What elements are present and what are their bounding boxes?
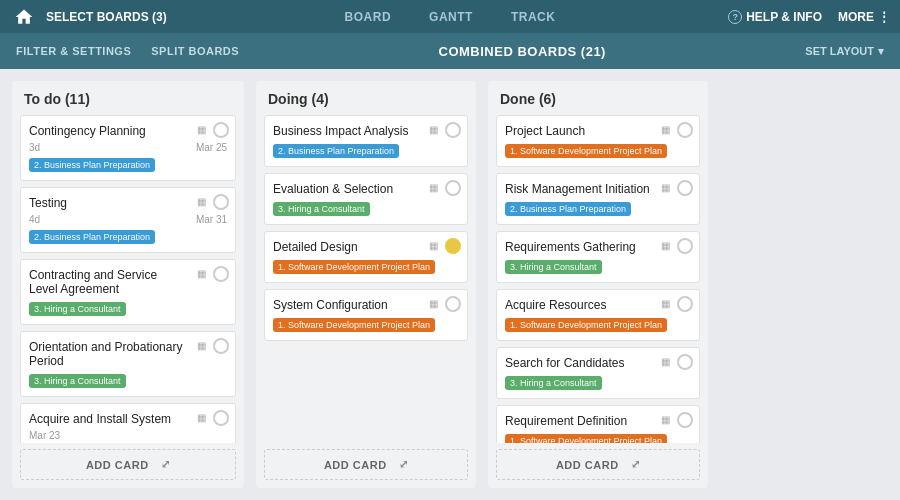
card-circle-icon[interactable]: [213, 338, 229, 354]
card-tag[interactable]: 2. Business Plan Preparation: [29, 230, 155, 244]
more-button[interactable]: MORE ⋮: [838, 10, 890, 24]
card-done-4[interactable]: ▦Search for Candidates3. Hiring a Consul…: [496, 347, 700, 399]
gantt-link[interactable]: GANTT: [425, 8, 477, 26]
card-circle-icon[interactable]: [677, 412, 693, 428]
top-nav: SELECT BOARDS (3) BOARD GANTT TRACK ? HE…: [0, 0, 900, 33]
add-card-button-todo[interactable]: ADD CARD⤢: [20, 449, 236, 480]
card-doing-0[interactable]: ▦Business Impact Analysis2. Business Pla…: [264, 115, 468, 167]
card-done-3[interactable]: ▦Acquire Resources1. Software Developmen…: [496, 289, 700, 341]
card-done-2[interactable]: ▦Requirements Gathering3. Hiring a Consu…: [496, 231, 700, 283]
card-grid-icon: ▦: [197, 340, 209, 352]
card-doing-3[interactable]: ▦System Configuration1. Software Develop…: [264, 289, 468, 341]
card-tag[interactable]: 2. Business Plan Preparation: [505, 202, 631, 216]
card-tag[interactable]: 3. Hiring a Consultant: [505, 260, 602, 274]
card-todo-0[interactable]: ▦Contingency Planning3dMar 252. Business…: [20, 115, 236, 181]
card-circle-icon[interactable]: [213, 194, 229, 210]
nav-right: ? HELP & INFO MORE ⋮: [728, 10, 890, 24]
card-tag[interactable]: 1. Software Development Project Plan: [273, 260, 435, 274]
card-tag[interactable]: 1. Software Development Project Plan: [273, 318, 435, 332]
chevron-down-icon: ▾: [878, 45, 884, 58]
column-doing: Doing (4)▦Business Impact Analysis2. Bus…: [256, 81, 476, 488]
card-grid-icon: ▦: [661, 240, 673, 252]
card-icons: ▦: [661, 412, 693, 428]
home-icon[interactable]: [10, 3, 38, 31]
split-boards-button[interactable]: SPLIT BOARDS: [151, 45, 239, 57]
card-grid-icon: ▦: [429, 124, 441, 136]
add-card-button-doing[interactable]: ADD CARD⤢: [264, 449, 468, 480]
card-circle-icon[interactable]: [677, 180, 693, 196]
card-circle-icon[interactable]: [213, 410, 229, 426]
card-icons: ▦: [197, 338, 229, 354]
card-circle-icon[interactable]: [445, 122, 461, 138]
card-tag[interactable]: 2. Business Plan Preparation: [273, 144, 399, 158]
card-circle-icon[interactable]: [445, 180, 461, 196]
card-duration: 4d: [29, 214, 40, 225]
card-grid-icon: ▦: [197, 412, 209, 424]
add-card-label: ADD CARD: [556, 459, 619, 471]
add-card-label: ADD CARD: [86, 459, 149, 471]
card-icons: ▦: [197, 410, 229, 426]
card-icons: ▦: [661, 238, 693, 254]
card-circle-icon[interactable]: [213, 266, 229, 282]
card-todo-4[interactable]: ▦Acquire and Install SystemMar 231. Soft…: [20, 403, 236, 443]
card-icons: ▦: [197, 122, 229, 138]
board-link[interactable]: BOARD: [341, 8, 396, 26]
card-meta: 4dMar 31: [29, 214, 227, 225]
card-tag[interactable]: 3. Hiring a Consultant: [29, 374, 126, 388]
card-icons: ▦: [429, 180, 461, 196]
card-circle-icon[interactable]: [677, 296, 693, 312]
card-circle-icon[interactable]: [445, 296, 461, 312]
column-cards-doing: ▦Business Impact Analysis2. Business Pla…: [256, 115, 476, 443]
add-card-label: ADD CARD: [324, 459, 387, 471]
card-icons: ▦: [429, 238, 461, 254]
card-icons: ▦: [429, 296, 461, 312]
columns-area: To do (11)▦Contingency Planning3dMar 252…: [0, 69, 900, 500]
set-layout-button[interactable]: SET LAYOUT ▾: [805, 45, 884, 58]
card-icons: ▦: [429, 122, 461, 138]
card-tag[interactable]: 1. Software Development Project Plan: [505, 144, 667, 158]
card-grid-icon: ▦: [429, 240, 441, 252]
card-duration: 3d: [29, 142, 40, 153]
card-circle-icon[interactable]: [445, 238, 461, 254]
card-circle-icon[interactable]: [677, 354, 693, 370]
card-done-1[interactable]: ▦Risk Management Initiation2. Business P…: [496, 173, 700, 225]
card-tag[interactable]: 3. Hiring a Consultant: [505, 376, 602, 390]
card-circle-icon[interactable]: [677, 122, 693, 138]
card-todo-1[interactable]: ▦Testing4dMar 312. Business Plan Prepara…: [20, 187, 236, 253]
column-cards-todo: ▦Contingency Planning3dMar 252. Business…: [12, 115, 244, 443]
card-grid-icon: ▦: [661, 124, 673, 136]
card-doing-2[interactable]: ▦Detailed Design1. Software Development …: [264, 231, 468, 283]
select-boards-button[interactable]: SELECT BOARDS (3): [46, 10, 167, 24]
card-circle-icon[interactable]: [213, 122, 229, 138]
card-tag[interactable]: 3. Hiring a Consultant: [29, 302, 126, 316]
track-link[interactable]: TRACK: [507, 8, 560, 26]
card-tag[interactable]: 2. Business Plan Preparation: [29, 158, 155, 172]
card-done-0[interactable]: ▦Project Launch1. Software Development P…: [496, 115, 700, 167]
card-grid-icon: ▦: [197, 124, 209, 136]
card-tag[interactable]: 1. Software Development Project Plan: [505, 318, 667, 332]
card-doing-1[interactable]: ▦Evaluation & Selection3. Hiring a Consu…: [264, 173, 468, 225]
card-todo-3[interactable]: ▦Orientation and Probationary Period3. H…: [20, 331, 236, 397]
card-icons: ▦: [661, 122, 693, 138]
column-cards-done: ▦Project Launch1. Software Development P…: [488, 115, 708, 443]
card-tag[interactable]: 3. Hiring a Consultant: [273, 202, 370, 216]
combined-boards-label: COMBINED BOARDS (21): [239, 44, 805, 59]
card-icons: ▦: [197, 194, 229, 210]
card-circle-icon[interactable]: [677, 238, 693, 254]
card-tag[interactable]: 1. Software Development Project Plan: [505, 434, 667, 443]
card-grid-icon: ▦: [661, 414, 673, 426]
column-todo: To do (11)▦Contingency Planning3dMar 252…: [12, 81, 244, 488]
help-info-button[interactable]: ? HELP & INFO: [728, 10, 822, 24]
question-icon: ?: [728, 10, 742, 24]
add-card-button-done[interactable]: ADD CARD⤢: [496, 449, 700, 480]
card-meta: Mar 23: [29, 430, 227, 441]
filter-settings-button[interactable]: FILTER & SETTINGS: [16, 45, 131, 57]
card-grid-icon: ▦: [197, 268, 209, 280]
card-icons: ▦: [197, 266, 229, 282]
card-grid-icon: ▦: [429, 182, 441, 194]
card-todo-2[interactable]: ▦Contracting and Service Level Agreement…: [20, 259, 236, 325]
card-done-5[interactable]: ▦Requirement Definition1. Software Devel…: [496, 405, 700, 443]
card-meta: 3dMar 25: [29, 142, 227, 153]
toolbar-left: FILTER & SETTINGS SPLIT BOARDS: [16, 45, 239, 57]
column-header-todo: To do (11): [12, 81, 244, 115]
